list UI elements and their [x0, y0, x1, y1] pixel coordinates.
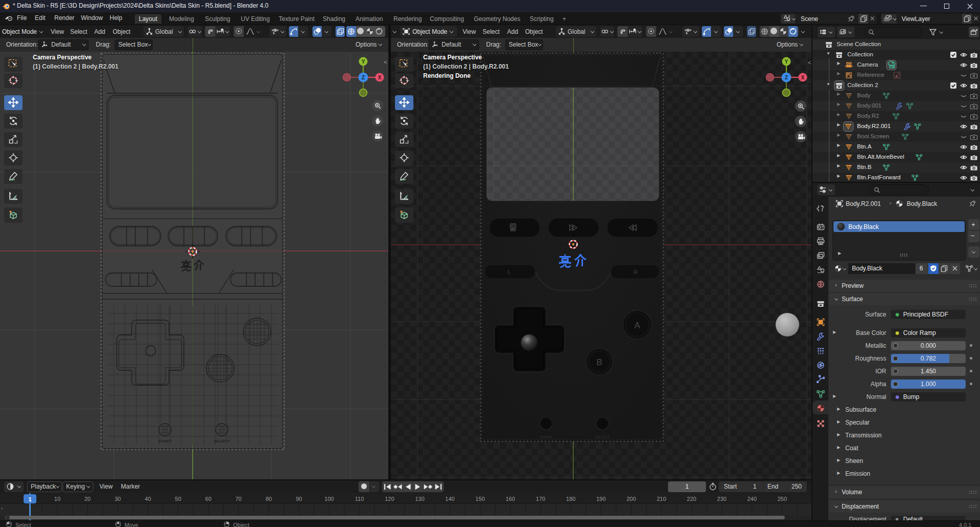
svg-text:L: L — [508, 269, 511, 275]
svg-text:X: X — [801, 75, 805, 80]
svg-text:R: R — [634, 269, 638, 275]
svg-text:Z: Z — [785, 75, 788, 80]
svg-text:SELECT: SELECT — [214, 439, 230, 444]
svg-text:Z: Z — [362, 75, 365, 80]
svg-text:B: B — [596, 357, 602, 367]
svg-text:START: START — [158, 439, 172, 444]
svg-text:Y: Y — [362, 59, 365, 65]
svg-text:A: A — [634, 321, 640, 330]
svg-text:X: X — [378, 75, 382, 80]
svg-text:SELECT: SELECT — [595, 435, 610, 439]
svg-text:START: START — [540, 435, 552, 439]
svg-text:Y: Y — [785, 59, 788, 65]
